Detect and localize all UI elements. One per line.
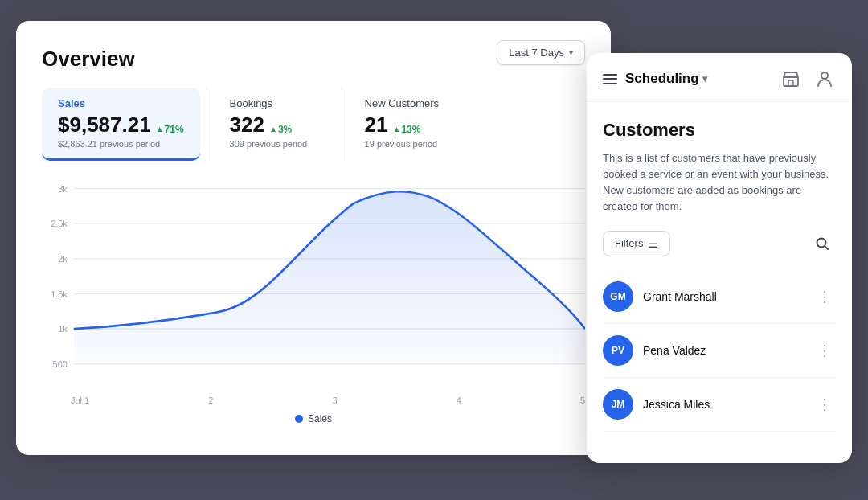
last-days-button[interactable]: Last 7 Days ▾ [497, 40, 585, 65]
stat-sales: Sales $9,587.21 ▲ 71% $2,863.21 previous… [42, 88, 200, 161]
svg-point-14 [821, 72, 828, 79]
x-label-2: 2 [208, 395, 213, 405]
svg-text:1.5k: 1.5k [51, 289, 68, 298]
avatar-1: PV [603, 335, 633, 366]
svg-line-16 [825, 246, 829, 249]
customer-name-0: Grant Marshall [643, 290, 717, 303]
svg-text:500: 500 [53, 359, 68, 369]
chevron-down-icon: ▾ [702, 73, 707, 84]
svg-text:2.5k: 2.5k [51, 219, 68, 228]
scheduling-panel: Scheduling ▾ [587, 53, 852, 463]
svg-rect-12 [784, 77, 798, 86]
x-label-1: Jul 1 [71, 395, 89, 405]
stat-customers-label: New Customers [365, 97, 448, 109]
filter-icon: ⚌ [648, 237, 658, 250]
hamburger-icon[interactable] [603, 74, 617, 84]
stat-new-customers: New Customers 21 ▲ 13% 19 previous perio… [342, 88, 470, 161]
x-label-3: 3 [333, 395, 338, 405]
stat-bookings-label: Bookings [230, 97, 313, 109]
legend-label: Sales [308, 413, 332, 424]
stat-bookings-prev: 309 previous period [230, 139, 313, 149]
stat-bookings-badge: ▲ 3% [269, 124, 292, 135]
stat-sales-badge: ▲ 71% [156, 124, 184, 135]
customer-item[interactable]: GM Grant Marshall ⋮ [603, 270, 836, 324]
avatar-0: GM [603, 281, 633, 312]
chart-x-labels: Jul 1 2 3 4 5 [42, 392, 585, 405]
filters-label: Filters [615, 237, 643, 249]
scheduling-header-left: Scheduling ▾ [603, 71, 707, 87]
user-icon[interactable] [813, 68, 836, 90]
customers-heading: Customers [603, 120, 836, 141]
chevron-down-icon: ▾ [569, 48, 573, 57]
svg-point-15 [817, 238, 826, 247]
overview-card: Overview Last 7 Days ▾ Sales $9,587.21 ▲… [16, 21, 611, 455]
filters-button[interactable]: Filters ⚌ [603, 231, 670, 256]
scheduling-title: Scheduling ▾ [625, 71, 707, 87]
customer-left-2: JM Jessica Miles [603, 389, 710, 420]
more-menu-0[interactable]: ⋮ [814, 285, 836, 309]
customers-description: This is a list of customers that have pr… [603, 150, 836, 215]
stat-customers-prev: 19 previous period [365, 139, 448, 149]
search-button[interactable] [809, 230, 836, 257]
stat-sales-prev: $2,863.21 previous period [58, 139, 184, 149]
stat-sales-label: Sales [58, 97, 184, 109]
scheduling-header: Scheduling ▾ [587, 53, 852, 102]
customer-left-0: GM Grant Marshall [603, 281, 717, 312]
customer-item[interactable]: JM Jessica Miles ⋮ [603, 378, 836, 432]
svg-text:3k: 3k [58, 183, 68, 193]
x-label-5: 5 [580, 395, 585, 405]
avatar-2: JM [603, 389, 633, 420]
scheduling-body: Customers This is a list of customers th… [587, 102, 852, 463]
svg-rect-13 [788, 80, 793, 86]
chart-svg: 3k 2.5k 2k 1.5k 1k 500 [42, 180, 585, 389]
stat-bookings-value: 322 [230, 113, 264, 137]
last-days-label: Last 7 Days [509, 47, 564, 59]
stat-sales-value: $9,587.21 [58, 113, 151, 137]
store-icon[interactable] [780, 68, 802, 90]
x-label-4: 4 [457, 395, 461, 405]
more-menu-1[interactable]: ⋮ [814, 338, 836, 363]
more-menu-2[interactable]: ⋮ [814, 392, 836, 416]
customer-item[interactable]: PV Pena Valdez ⋮ [603, 324, 836, 378]
stat-customers-value: 21 [365, 113, 388, 137]
svg-text:1k: 1k [58, 324, 68, 334]
customer-list: GM Grant Marshall ⋮ PV Pena Valdez ⋮ JM [603, 270, 836, 432]
stats-row: Sales $9,587.21 ▲ 71% $2,863.21 previous… [42, 88, 585, 161]
legend-dot [295, 415, 303, 423]
customer-left-1: PV Pena Valdez [603, 335, 706, 366]
scheduling-header-right [780, 68, 836, 90]
svg-text:2k: 2k [58, 254, 68, 264]
chart-area: 3k 2.5k 2k 1.5k 1k 500 Jul [42, 180, 585, 413]
filters-bar: Filters ⚌ [603, 230, 836, 257]
stat-bookings: Bookings 322 ▲ 3% 309 previous period [207, 88, 335, 161]
customer-name-2: Jessica Miles [643, 398, 710, 411]
chart-legend: Sales [42, 413, 585, 424]
stat-customers-badge: ▲ 13% [393, 124, 421, 135]
customer-name-1: Pena Valdez [643, 344, 706, 357]
